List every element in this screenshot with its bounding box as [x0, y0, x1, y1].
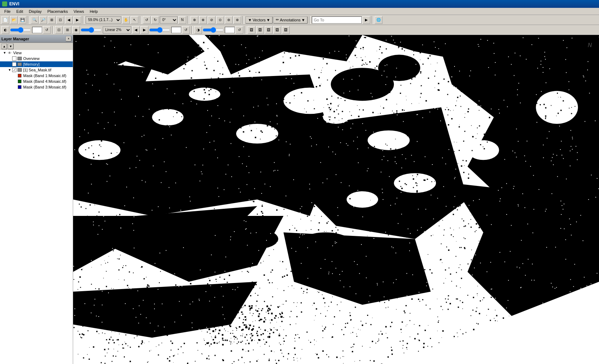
layer-item-band1[interactable]: Mask (Band 1:Mosaic.tif) [0, 73, 73, 79]
tb2-img5[interactable]: 🖼 [282, 26, 290, 34]
open-button[interactable]: 📂 [10, 16, 18, 24]
layer-item-band3[interactable]: Mask (Band 3:Mosaic.tif) [0, 84, 73, 90]
layer-manager-title: Layer Manager [1, 37, 29, 41]
tb2-b1[interactable]: ◐ [1, 26, 9, 34]
layer-item-band4[interactable]: Mask (Band 4:Mosaic.tif) [0, 79, 73, 84]
layer-manager-close-button[interactable]: × [66, 36, 71, 41]
menu-item-edit[interactable]: Edit [14, 9, 26, 14]
next-view-button[interactable]: ▶ [73, 16, 81, 24]
memory-label: [Memory] [23, 62, 40, 66]
north-arrow: N [588, 42, 592, 49]
zoom-in-button[interactable]: 🔍 [31, 16, 39, 24]
menubar: FileEditDisplayPlacemarksViewsHelp [0, 8, 599, 15]
tb2-b6[interactable]: ▶ [141, 26, 148, 34]
sep3 [140, 16, 141, 24]
overview-expand [7, 56, 12, 61]
tb2-refresh1[interactable]: ↺ [43, 26, 51, 34]
view-expand-icon[interactable]: ▼ [2, 50, 7, 55]
goto-button[interactable]: ▶ [362, 16, 370, 24]
sep10 [245, 26, 246, 34]
globe-button[interactable]: 🌐 [375, 16, 382, 24]
view-icon: 👁 [7, 50, 12, 55]
layer-item-overview[interactable]: Overview [0, 56, 73, 61]
layer-item-seamask[interactable]: ▼ ✓ [1] Sea_Mask.tif [0, 67, 73, 73]
contrast-slider[interactable] [81, 27, 102, 32]
memory-checkbox[interactable]: ✓ [12, 62, 16, 66]
tb2-b4[interactable]: ◉ [72, 26, 80, 34]
contrast2-slider[interactable] [149, 27, 171, 32]
layer-tree: ▼ 👁 View Overview ✓ [Memory] [0, 50, 73, 364]
menu-item-help[interactable]: Help [87, 9, 101, 14]
brightness-input[interactable]: 20 [32, 27, 42, 33]
sharp-input[interactable]: 0 [225, 27, 235, 33]
contrast-input[interactable]: 10 [171, 27, 181, 33]
menu-item-display[interactable]: Display [26, 9, 45, 14]
layer-expand-button[interactable]: ▼ [8, 44, 14, 49]
menu-item-file[interactable]: File [1, 9, 14, 14]
band4-label: Mask (Band 4:Mosaic.tif) [23, 79, 66, 84]
layer-manager-title-bar: Layer Manager × [0, 35, 73, 43]
tb2-img3[interactable]: 🖼 [265, 26, 273, 34]
tb2-b7[interactable]: ◑ [194, 26, 202, 34]
tb2-img1[interactable]: 🖼 [248, 26, 255, 34]
tool6-button[interactable]: ⊛ [233, 16, 241, 24]
rotate-left-button[interactable]: ↺ [143, 16, 151, 24]
rotate-right-button[interactable]: ↻ [151, 16, 159, 24]
rotation-dropdown[interactable]: 0° [160, 16, 178, 24]
save-button[interactable]: 💾 [19, 16, 26, 24]
select-button[interactable]: ↖ [131, 16, 138, 24]
vectors-button[interactable]: ▼ Vectors ▼ [245, 16, 273, 24]
toolbar1: 📄 📂 💾 🔍 🔎 ⊞ ⊡ ◀ ▶ 59.0% (1:1.7...) ✋ ↖ ↺… [0, 15, 599, 25]
zoom-dropdown[interactable]: 59.0% (1:1.7...) [86, 16, 121, 24]
tb2-b5[interactable]: ◀ [132, 26, 140, 34]
brightness-slider[interactable] [10, 27, 31, 32]
tb2-b2[interactable]: ⊡ [55, 26, 63, 34]
sep1 [28, 16, 29, 24]
annotations-button[interactable]: ✏ Annotations ▼ [273, 16, 308, 24]
menu-item-views[interactable]: Views [71, 9, 87, 14]
goto-input[interactable] [312, 16, 362, 24]
new-button[interactable]: 📄 [1, 16, 9, 24]
zoom-full-button[interactable]: ⊡ [56, 16, 64, 24]
annotations-label: Annotations [280, 18, 300, 22]
tool1-button[interactable]: ⊕ [191, 16, 198, 24]
map-view[interactable]: N [73, 35, 599, 364]
layer-collapse-button[interactable]: ▲ [1, 44, 7, 49]
layer-item-view[interactable]: ▼ 👁 View [0, 50, 73, 56]
tb2-img4[interactable]: 🖼 [273, 26, 281, 34]
sharp-slider[interactable] [203, 27, 224, 32]
tb2-img2[interactable]: 🖼 [256, 26, 264, 34]
north-up-button[interactable]: N [178, 16, 186, 24]
tb2-refresh2[interactable]: ↺ [182, 26, 190, 34]
band3-expand [12, 85, 17, 90]
layer-manager-panel: Layer Manager × ▲ ▼ ▼ 👁 View Overview [0, 35, 73, 364]
zoom-fit-button[interactable]: ⊞ [48, 16, 56, 24]
toolbar2: ◐ 20 ↺ ⊡ ⊞ ◉ Linear 2% ◀ ▶ 10 ↺ ◑ 0 ↺ 🖼 … [0, 25, 599, 35]
tb2-refresh3[interactable]: ↺ [235, 26, 243, 34]
tool5-button[interactable]: ⊚ [225, 16, 233, 24]
seamask-expand-icon[interactable]: ▼ [7, 67, 12, 72]
sep6 [309, 16, 310, 24]
tool2-button[interactable]: ⊗ [199, 16, 207, 24]
seamask-checkbox[interactable]: ✓ [12, 68, 16, 72]
main-area: Layer Manager × ▲ ▼ ▼ 👁 View Overview [0, 35, 599, 364]
sep2 [83, 16, 84, 24]
band4-expand [12, 79, 17, 84]
prev-view-button[interactable]: ◀ [65, 16, 73, 24]
seamask-label: [1] Sea_Mask.tif [23, 68, 51, 72]
pan-button[interactable]: ✋ [122, 16, 130, 24]
overview-checkbox[interactable] [12, 56, 16, 61]
tool4-button[interactable]: ⊙ [216, 16, 224, 24]
vectors-arrow: ▼ [266, 18, 270, 22]
tool3-button[interactable]: ⊘ [208, 16, 215, 24]
view-label: View [13, 51, 22, 55]
tb2-b3[interactable]: ⊞ [64, 26, 71, 34]
menu-item-placemarks[interactable]: Placemarks [45, 9, 71, 14]
layer-item-memory[interactable]: ✓ [Memory] [0, 61, 73, 67]
zoom-out-button[interactable]: 🔎 [39, 16, 47, 24]
stretch-dropdown[interactable]: Linear 2% [103, 26, 131, 34]
app-icon [2, 1, 7, 6]
sep4 [188, 16, 189, 24]
sep7 [372, 16, 373, 24]
band1-expand [12, 73, 17, 78]
